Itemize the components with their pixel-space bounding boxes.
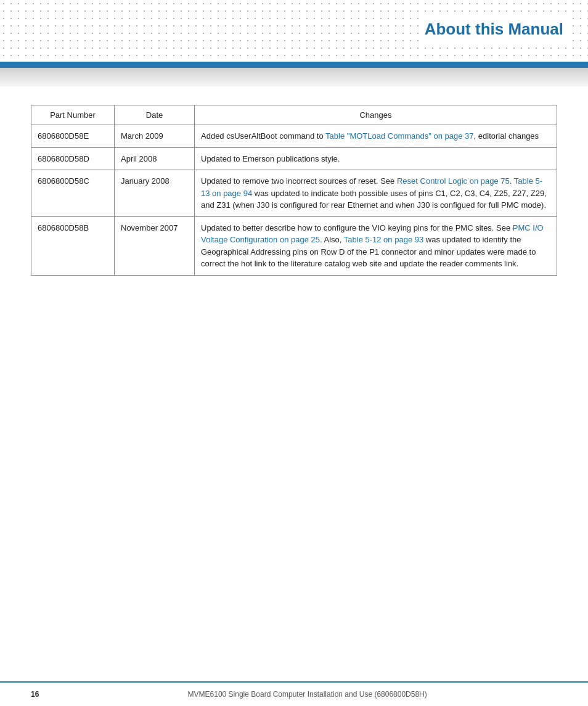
changes-text-3b: . (510, 176, 514, 186)
blue-divider-bar (0, 62, 588, 68)
main-content: Part Number Date Changes 6806800D58E Mar… (0, 86, 588, 313)
col-header-part: Part Number (31, 105, 115, 125)
cell-part-1: 6806800D58E (31, 125, 115, 148)
cell-part-3: 6806800D58C (31, 170, 115, 217)
changes-text-1a: Added csUserAltBoot command to (201, 131, 325, 141)
table-row: 6806800D58C January 2008 Updated to remo… (31, 170, 557, 217)
cell-changes-3: Updated to remove two incorrect sources … (195, 170, 557, 217)
footer-page-number: 16 (31, 690, 39, 699)
cell-date-2: April 2008 (115, 147, 195, 170)
footer: 16 MVME6100 Single Board Computer Instal… (0, 681, 588, 706)
cell-changes-1: Added csUserAltBoot command to Table "MO… (195, 125, 557, 148)
cell-date-1: March 2009 (115, 125, 195, 148)
table-row: 6806800D58E March 2009 Added csUserAltBo… (31, 125, 557, 148)
page-title: About this Manual (425, 20, 563, 38)
changes-text-3c: was updated to indicate both possible us… (201, 189, 547, 210)
changes-text-3a: Updated to remove two incorrect sources … (201, 176, 397, 186)
cell-changes-4: Updated to better describe how to config… (195, 216, 557, 275)
cell-part-4: 6806800D58B (31, 216, 115, 275)
gray-stripe (0, 68, 588, 86)
header-title-block: About this Manual (419, 17, 570, 41)
table-row: 6806800D58D April 2008 Updated to Emerso… (31, 147, 557, 170)
header: About this Manual (0, 0, 588, 62)
changes-text-4b: . Also, (320, 235, 344, 244)
col-header-changes: Changes (195, 105, 557, 125)
footer-document-title: MVME6100 Single Board Computer Installat… (57, 690, 557, 699)
cell-date-4: November 2007 (115, 216, 195, 275)
cell-date-3: January 2008 (115, 170, 195, 217)
table-header-row: Part Number Date Changes (31, 105, 557, 125)
cell-changes-2: Updated to Emerson publications style. (195, 147, 557, 170)
col-header-date: Date (115, 105, 195, 125)
changes-link-4b[interactable]: Table 5-12 on page 93 (344, 235, 423, 244)
revision-table: Part Number Date Changes 6806800D58E Mar… (31, 105, 557, 276)
changes-link-3a[interactable]: Reset Control Logic on page 75 (397, 176, 510, 186)
changes-text-1b: , editorial changes (474, 131, 539, 141)
cell-part-2: 6806800D58D (31, 147, 115, 170)
changes-text-4a: Updated to better describe how to config… (201, 223, 513, 232)
changes-link-1a[interactable]: Table "MOTLoad Commands" on page 37 (325, 131, 473, 141)
table-row: 6806800D58B November 2007 Updated to bet… (31, 216, 557, 275)
